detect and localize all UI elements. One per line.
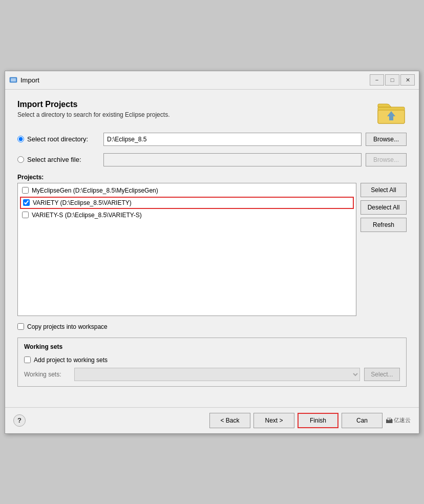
content-spacer xyxy=(5,397,419,407)
list-item[interactable]: VARIETY (D:\Eclipse_8.5\VARIETY) xyxy=(20,197,354,209)
working-sets-group: Working sets Add project to working sets… xyxy=(17,338,407,387)
watermark-text: 亿速云 xyxy=(394,416,411,424)
project-label-myeclipsegen: MyEclipseGen (D:\Eclipse_8.5\MyEclipseGe… xyxy=(32,187,158,194)
list-item[interactable]: VARIETY-S (D:\Eclipse_8.5\VARIETY-S) xyxy=(20,210,354,220)
page-header-text: Import Projects Select a directory to se… xyxy=(17,100,169,118)
copy-projects-checkbox[interactable] xyxy=(17,323,24,330)
svg-rect-1 xyxy=(11,78,16,81)
cancel-button[interactable]: Can xyxy=(342,413,383,428)
archive-file-radio[interactable] xyxy=(17,156,24,163)
watermark-icon: 🏔 xyxy=(386,416,393,425)
folder-icon xyxy=(376,100,407,125)
project-checkbox-variety-s[interactable] xyxy=(22,212,29,218)
projects-label: Projects: xyxy=(17,174,407,181)
window-controls: − □ ✕ xyxy=(370,74,415,86)
working-sets-select-row: Working sets: Select... xyxy=(24,368,400,381)
root-directory-radio-label[interactable]: Select root directory: xyxy=(17,135,99,143)
help-button[interactable]: ? xyxy=(13,414,26,427)
root-directory-row: Select root directory: Browse... xyxy=(17,133,407,146)
root-directory-radio[interactable] xyxy=(17,136,24,142)
next-button[interactable]: Next > xyxy=(253,413,294,428)
projects-buttons: Select All Deselect All Refresh xyxy=(361,183,407,316)
page-subtitle: Select a directory to search for existin… xyxy=(17,111,169,118)
working-sets-label: Working sets: xyxy=(24,371,70,378)
page-header: Import Projects Select a directory to se… xyxy=(17,100,407,125)
deselect-all-button[interactable]: Deselect All xyxy=(361,200,407,215)
dialog-icon xyxy=(9,76,17,84)
maximize-button[interactable]: □ xyxy=(385,74,399,86)
projects-content: MyEclipseGen (D:\Eclipse_8.5\MyEclipseGe… xyxy=(17,183,407,316)
select-all-button[interactable]: Select All xyxy=(361,183,407,197)
add-project-row: Add project to working sets xyxy=(24,356,400,364)
root-directory-label: Select root directory: xyxy=(27,135,88,143)
working-sets-title: Working sets xyxy=(24,343,400,350)
dialog-content: Import Projects Select a directory to se… xyxy=(5,90,419,397)
working-sets-select[interactable] xyxy=(74,368,360,381)
project-label-variety-s: VARIETY-S (D:\Eclipse_8.5\VARIETY-S) xyxy=(32,212,142,219)
project-checkbox-myeclipsegen[interactable] xyxy=(22,187,29,194)
finish-button[interactable]: Finish xyxy=(298,413,338,428)
archive-file-row: Select archive file: Browse... xyxy=(17,153,407,166)
archive-file-radio-label[interactable]: Select archive file: xyxy=(17,156,99,163)
archive-file-input[interactable] xyxy=(103,153,362,166)
root-browse-button[interactable]: Browse... xyxy=(366,133,407,146)
dialog-title: Import xyxy=(20,76,367,84)
copy-projects-label[interactable]: Copy projects into workspace xyxy=(27,323,108,330)
dialog-footer: ? < Back Next > Finish Can 🏔 亿速云 xyxy=(5,407,419,433)
title-bar: Import − □ ✕ xyxy=(5,71,419,90)
projects-section: Projects: MyEclipseGen (D:\Eclipse_8.5\M… xyxy=(17,174,407,316)
project-checkbox-variety[interactable] xyxy=(23,199,30,206)
copy-projects-row: Copy projects into workspace xyxy=(17,323,407,330)
project-label-variety: VARIETY (D:\Eclipse_8.5\VARIETY) xyxy=(33,199,132,206)
root-directory-input[interactable] xyxy=(103,133,362,146)
close-button[interactable]: ✕ xyxy=(400,74,415,86)
page-title: Import Projects xyxy=(17,100,169,109)
import-dialog: Import − □ ✕ Import Projects Select a di… xyxy=(5,71,419,434)
working-sets-select-button[interactable]: Select... xyxy=(364,368,400,381)
add-project-label[interactable]: Add project to working sets xyxy=(34,356,108,364)
list-item[interactable]: MyEclipseGen (D:\Eclipse_8.5\MyEclipseGe… xyxy=(20,185,354,196)
archive-file-label: Select archive file: xyxy=(27,156,81,163)
back-button[interactable]: < Back xyxy=(209,413,250,428)
projects-list: MyEclipseGen (D:\Eclipse_8.5\MyEclipseGe… xyxy=(17,183,356,316)
archive-browse-button[interactable]: Browse... xyxy=(366,153,407,166)
add-project-checkbox[interactable] xyxy=(24,356,31,363)
minimize-button[interactable]: − xyxy=(370,74,384,86)
refresh-button[interactable]: Refresh xyxy=(361,218,407,232)
watermark: 🏔 亿速云 xyxy=(386,416,411,425)
